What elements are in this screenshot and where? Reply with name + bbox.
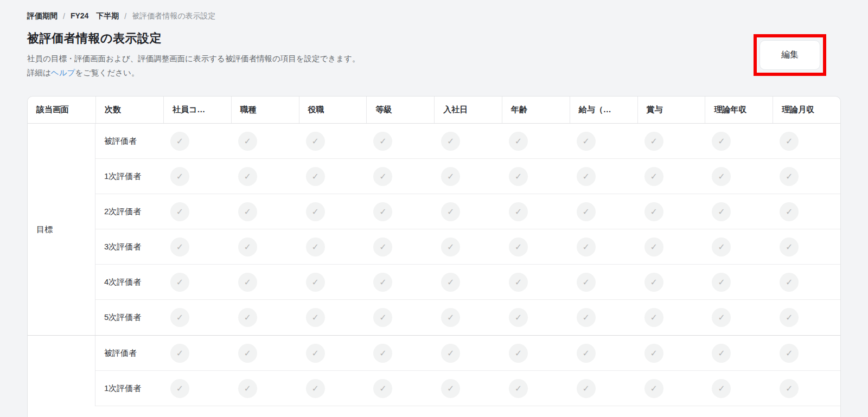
check-icon: ✓ bbox=[238, 167, 257, 186]
check-icon: ✓ bbox=[509, 344, 528, 363]
check-icon: ✓ bbox=[780, 308, 799, 327]
check-cell: ✓ bbox=[705, 379, 773, 398]
check-cell: ✓ bbox=[773, 202, 840, 221]
check-icon: ✓ bbox=[577, 273, 596, 292]
check-cell: ✓ bbox=[231, 308, 299, 327]
check-cell: ✓ bbox=[502, 202, 570, 221]
check-icon: ✓ bbox=[306, 273, 325, 292]
check-icon: ✓ bbox=[577, 344, 596, 363]
breadcrumb-item-eval-period[interactable]: 評価期間 bbox=[27, 11, 58, 21]
check-cell: ✓ bbox=[705, 238, 773, 256]
help-line: 詳細はヘルプをご覧ください。 bbox=[27, 66, 360, 80]
column-header-level: 次数 bbox=[95, 97, 163, 123]
check-cell: ✓ bbox=[299, 132, 367, 151]
help-text-prefix: 詳細は bbox=[27, 68, 51, 77]
row-role-label: 3次評価者 bbox=[95, 242, 163, 252]
column-header-age: 年齢 bbox=[502, 97, 570, 123]
check-cell: ✓ bbox=[299, 308, 367, 327]
check-icon: ✓ bbox=[577, 167, 596, 186]
check-cell: ✓ bbox=[299, 167, 367, 186]
row-role-label: 1次評価者 bbox=[95, 383, 163, 394]
check-cell: ✓ bbox=[502, 238, 570, 256]
screen-group-rows: 被評価者✓✓✓✓✓✓✓✓✓✓1次評価者✓✓✓✓✓✓✓✓✓✓2次評価者✓✓✓✓✓✓… bbox=[95, 124, 840, 335]
check-cell: ✓ bbox=[366, 202, 434, 221]
help-link[interactable]: ヘルプ bbox=[51, 68, 75, 77]
check-icon: ✓ bbox=[170, 344, 189, 363]
check-icon: ✓ bbox=[577, 132, 596, 151]
check-icon: ✓ bbox=[306, 308, 325, 327]
check-cell: ✓ bbox=[502, 308, 570, 327]
check-cell: ✓ bbox=[637, 202, 705, 221]
check-cell: ✓ bbox=[570, 344, 637, 363]
check-icon: ✓ bbox=[712, 308, 731, 327]
check-icon: ✓ bbox=[441, 344, 460, 363]
check-cell: ✓ bbox=[299, 273, 367, 292]
check-icon: ✓ bbox=[780, 273, 799, 292]
check-cell: ✓ bbox=[299, 379, 367, 398]
check-icon: ✓ bbox=[644, 308, 663, 327]
check-cell: ✓ bbox=[231, 344, 299, 363]
check-icon: ✓ bbox=[306, 238, 325, 256]
check-cell: ✓ bbox=[570, 167, 637, 186]
check-icon: ✓ bbox=[780, 132, 799, 151]
breadcrumb-item-fy24[interactable]: FY24 下半期 bbox=[71, 11, 119, 21]
check-cell: ✓ bbox=[366, 238, 434, 256]
table-row: 1次評価者✓✓✓✓✓✓✓✓✓✓ bbox=[95, 371, 840, 406]
check-icon: ✓ bbox=[509, 167, 528, 186]
check-icon: ✓ bbox=[441, 308, 460, 327]
annotation-highlight-box: 編集 bbox=[754, 34, 826, 76]
row-role-label: 1次評価者 bbox=[95, 171, 163, 182]
check-icon: ✓ bbox=[373, 167, 392, 186]
column-header-hire-date: 入社日 bbox=[434, 97, 502, 123]
check-cell: ✓ bbox=[570, 379, 637, 398]
check-cell: ✓ bbox=[434, 202, 502, 221]
check-icon: ✓ bbox=[644, 273, 663, 292]
check-icon: ✓ bbox=[509, 202, 528, 221]
table-row: 被評価者✓✓✓✓✓✓✓✓✓✓ bbox=[95, 336, 840, 371]
check-icon: ✓ bbox=[306, 202, 325, 221]
check-cell: ✓ bbox=[299, 202, 367, 221]
check-cell: ✓ bbox=[434, 238, 502, 256]
check-icon: ✓ bbox=[712, 344, 731, 363]
check-cell: ✓ bbox=[773, 167, 840, 186]
check-cell: ✓ bbox=[366, 273, 434, 292]
check-cell: ✓ bbox=[434, 167, 502, 186]
check-icon: ✓ bbox=[644, 202, 663, 221]
row-role-label: 4次評価者 bbox=[95, 277, 163, 287]
check-icon: ✓ bbox=[712, 238, 731, 256]
check-cell: ✓ bbox=[163, 344, 231, 363]
breadcrumb: 評価期間 / FY24 下半期 / 被評価者情報の表示設定 bbox=[27, 0, 841, 21]
check-cell: ✓ bbox=[570, 273, 637, 292]
page-description: 社員の目標・評価画面および、評価調整画面に表示する被評価者情報の項目を設定できま… bbox=[27, 52, 360, 66]
check-icon: ✓ bbox=[780, 167, 799, 186]
column-header-bonus: 賞与 bbox=[637, 97, 705, 123]
check-cell: ✓ bbox=[231, 238, 299, 256]
check-cell: ✓ bbox=[502, 344, 570, 363]
check-icon: ✓ bbox=[373, 308, 392, 327]
table-row: 2次評価者✓✓✓✓✓✓✓✓✓✓ bbox=[95, 194, 840, 229]
column-header-theoretical-monthly-income: 理論月収 bbox=[773, 97, 840, 123]
edit-button[interactable]: 編集 bbox=[760, 40, 820, 70]
check-icon: ✓ bbox=[441, 202, 460, 221]
check-icon: ✓ bbox=[441, 132, 460, 151]
check-cell: ✓ bbox=[231, 379, 299, 398]
check-icon: ✓ bbox=[441, 273, 460, 292]
breadcrumb-item-current: 被評価者情報の表示設定 bbox=[132, 11, 215, 21]
check-icon: ✓ bbox=[373, 202, 392, 221]
check-icon: ✓ bbox=[712, 202, 731, 221]
check-cell: ✓ bbox=[163, 379, 231, 398]
check-icon: ✓ bbox=[577, 308, 596, 327]
check-cell: ✓ bbox=[366, 344, 434, 363]
check-icon: ✓ bbox=[712, 379, 731, 398]
check-cell: ✓ bbox=[366, 308, 434, 327]
check-icon: ✓ bbox=[712, 132, 731, 151]
check-icon: ✓ bbox=[170, 379, 189, 398]
check-icon: ✓ bbox=[170, 238, 189, 256]
check-cell: ✓ bbox=[231, 202, 299, 221]
check-icon: ✓ bbox=[509, 132, 528, 151]
row-role-label: 被評価者 bbox=[95, 136, 163, 146]
column-header-grade: 等級 bbox=[366, 97, 434, 123]
check-icon: ✓ bbox=[441, 379, 460, 398]
table-row: 3次評価者✓✓✓✓✓✓✓✓✓✓ bbox=[95, 229, 840, 265]
check-icon: ✓ bbox=[238, 308, 257, 327]
